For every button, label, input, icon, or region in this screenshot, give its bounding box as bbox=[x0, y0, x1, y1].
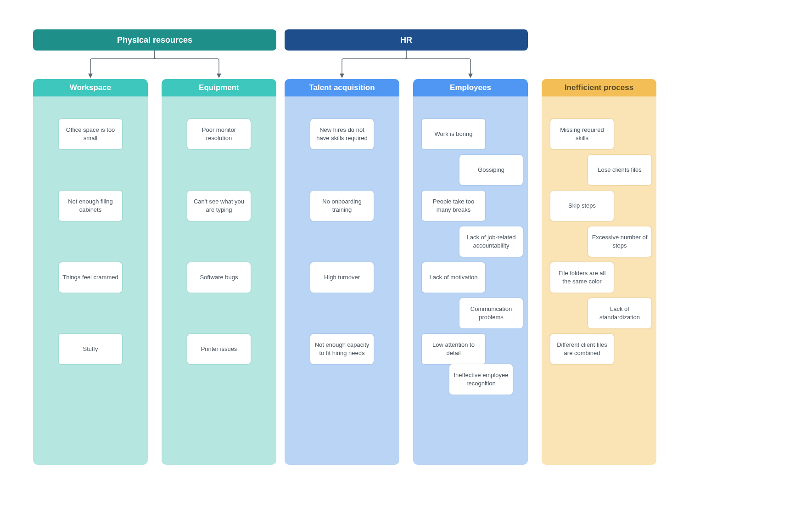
card: Stuffy bbox=[58, 333, 123, 365]
card: Low attention to detail bbox=[421, 333, 486, 365]
card: Can't see what you are typing bbox=[187, 190, 251, 221]
column-equipment: Equipment Poor monitor resolution Can't … bbox=[162, 79, 276, 465]
column-header-employees: Employees bbox=[413, 79, 528, 96]
card: Printer issues bbox=[187, 333, 251, 365]
column-body-talent: New hires do not have skills required No… bbox=[285, 96, 399, 465]
column-header-workspace: Workspace bbox=[33, 79, 148, 96]
diagram-canvas: Physical resources HR Workspace Office s… bbox=[0, 0, 812, 508]
column-body-inefficient: Missing required skills Lose clients fil… bbox=[542, 96, 656, 465]
column-body-equipment: Poor monitor resolution Can't see what y… bbox=[162, 96, 276, 465]
card: Office space is too small bbox=[58, 119, 123, 150]
group-header-physical: Physical resources bbox=[33, 29, 276, 51]
card: High turnover bbox=[310, 262, 374, 293]
card: Lack of motivation bbox=[421, 262, 486, 293]
card: Missing required skills bbox=[550, 119, 614, 150]
card: Things feel crammed bbox=[58, 262, 123, 293]
card: Work is boring bbox=[421, 119, 486, 150]
card: Gossiping bbox=[459, 154, 523, 186]
card: Not enough filing cabinets bbox=[58, 190, 123, 221]
card: Skip steps bbox=[550, 190, 614, 221]
column-body-employees: Work is boring Gossiping People take too… bbox=[413, 96, 528, 465]
card: New hires do not have skills required bbox=[310, 119, 374, 150]
card: Excessive number of steps bbox=[588, 226, 652, 257]
column-body-workspace: Office space is too small Not enough fil… bbox=[33, 96, 148, 465]
card: Lose clients files bbox=[588, 154, 652, 186]
column-header-inefficient: Inefficient process bbox=[542, 79, 656, 96]
column-employees: Employees Work is boring Gossiping Peopl… bbox=[413, 79, 528, 465]
card: Software bugs bbox=[187, 262, 251, 293]
card: People take too many breaks bbox=[421, 190, 486, 221]
card: Lack of standardization bbox=[588, 298, 652, 329]
card: Not enough capacity to fit hiring needs bbox=[310, 333, 374, 365]
card: Poor monitor resolution bbox=[187, 119, 251, 150]
column-workspace: Workspace Office space is too small Not … bbox=[33, 79, 148, 465]
card: Ineffective employee recognition bbox=[449, 364, 513, 395]
card: File folders are all the same color bbox=[550, 262, 614, 293]
card: Communication problems bbox=[459, 298, 523, 329]
group-header-hr: HR bbox=[285, 29, 528, 51]
card: Lack of job-related accountability bbox=[459, 226, 523, 257]
column-inefficient: Inefficient process Missing required ski… bbox=[542, 79, 656, 465]
card: No onboarding training bbox=[310, 190, 374, 221]
column-header-talent: Talent acquisition bbox=[285, 79, 399, 96]
card: Different client files are combined bbox=[550, 333, 614, 365]
column-talent: Talent acquisition New hires do not have… bbox=[285, 79, 399, 465]
column-header-equipment: Equipment bbox=[162, 79, 276, 96]
